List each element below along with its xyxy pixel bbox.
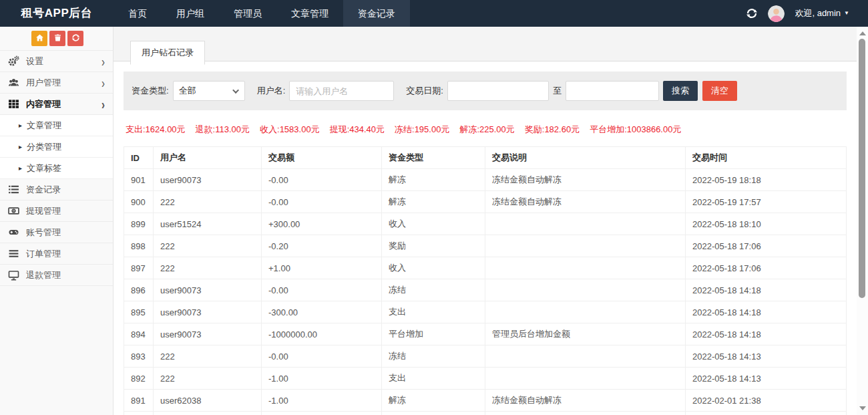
sidebar-item-label: 用户管理: [26, 77, 61, 89]
table-cell: -0.00: [262, 412, 382, 415]
home-button[interactable]: [31, 31, 47, 46]
table-cell: user90073: [154, 323, 262, 345]
sidebar-item-2[interactable]: 内容管理›: [0, 94, 113, 115]
refresh-icon[interactable]: [746, 7, 758, 19]
table-cell: [485, 213, 686, 235]
money-icon: [8, 205, 19, 217]
table-cell: 893: [124, 345, 154, 368]
table-cell: 2022-02-01 21:38: [686, 390, 847, 412]
table-cell: 冻结: [382, 345, 485, 368]
user-menu[interactable]: 欢迎, admin ▼: [795, 7, 849, 19]
search-button[interactable]: 搜索: [663, 81, 698, 101]
table-cell: user90073: [154, 169, 262, 191]
topnav-item-3[interactable]: 文章管理: [276, 0, 343, 27]
table-cell: 奖励: [382, 235, 485, 257]
sidebar-item-10[interactable]: 退款管理: [0, 265, 113, 286]
fund-type-select[interactable]: 全部: [173, 81, 245, 101]
sidebar-item-label: 退款管理: [26, 269, 61, 281]
column-header: 资金类型: [382, 147, 485, 169]
topnav-item-1[interactable]: 用户组: [162, 0, 219, 27]
table-row: 892222-1.00支出2022-05-18 14:13: [124, 368, 847, 390]
table-row: 895user90073-300.00支出2022-05-18 14:18: [124, 301, 847, 323]
table-row: 893222-0.00冻结2022-05-18 14:13: [124, 345, 847, 368]
sidebar-item-label: 设置: [26, 55, 43, 67]
sidebar-item-8[interactable]: 账号管理: [0, 222, 113, 243]
date-to-label: 至: [553, 85, 562, 97]
date-from-input[interactable]: [447, 81, 549, 101]
submenu-arrow-icon: ▸: [19, 164, 22, 172]
avatar[interactable]: [768, 5, 785, 22]
scroll-down-arrow-icon[interactable]: [859, 406, 866, 410]
gears-icon: [8, 55, 19, 67]
home-icon: [35, 33, 44, 44]
scroll-up-arrow-icon[interactable]: [859, 31, 866, 35]
list-icon: [8, 184, 19, 195]
table-cell: 890: [124, 412, 154, 415]
sidebar-item-5[interactable]: ▸文章标签: [0, 158, 113, 179]
submenu-arrow-icon: ▸: [19, 143, 22, 150]
table-cell: user90073: [154, 301, 262, 323]
date-label: 交易日期:: [406, 85, 443, 97]
sidebar-item-1[interactable]: 用户管理›: [0, 72, 113, 94]
table-cell: 解冻: [382, 412, 485, 415]
table-cell: -0.20: [262, 235, 382, 257]
table-cell: 2022-05-18 18:10: [686, 213, 847, 235]
sidebar-item-0[interactable]: 设置›: [0, 51, 113, 72]
vertical-scrollbar[interactable]: [857, 27, 868, 415]
topnav-item-0[interactable]: 首页: [114, 0, 162, 27]
summary-stat-7: 平台增加:1003866.00元: [590, 124, 681, 134]
table-cell: [485, 368, 686, 390]
summary-stat-6: 奖励:182.60元: [525, 124, 580, 134]
trash-button[interactable]: [49, 31, 65, 46]
table-cell: -1000000.00: [262, 323, 382, 345]
table-cell: 平台增加: [382, 323, 485, 345]
table-cell: 2022-05-18 14:13: [686, 345, 847, 368]
table-cell: user51524: [154, 213, 262, 235]
recycle-button[interactable]: [67, 31, 83, 46]
sidebar-item-4[interactable]: ▸分类管理: [0, 136, 113, 158]
table-cell: -1.00: [262, 368, 382, 390]
table-cell: 收入: [382, 257, 485, 279]
username-input[interactable]: [289, 81, 394, 101]
scrollbar-thumb[interactable]: [859, 39, 865, 298]
sidebar-item-label: 资金记录: [26, 184, 61, 196]
topbar-right: 欢迎, admin ▼: [746, 0, 868, 27]
topnav-item-4[interactable]: 资金记录: [343, 0, 410, 27]
table-cell: 891: [124, 390, 154, 412]
column-header: 交易说明: [485, 147, 686, 169]
table-cell: user90073: [154, 279, 262, 301]
table-cell: 管理员后台增加金额: [485, 323, 686, 345]
column-header: 交易时间: [686, 147, 847, 169]
table-cell: 2022-05-19 17:57: [686, 191, 847, 213]
table-cell: 2022-05-18 17:06: [686, 257, 847, 279]
table-cell: 2022-02-01 21:38: [686, 412, 847, 415]
submenu-arrow-icon: ▸: [19, 122, 22, 129]
summary-stat-1: 退款:113.00元: [196, 124, 250, 134]
table-cell: 899: [124, 213, 154, 235]
table-row: 890user15008-0.00解冻冻结金额自动解冻2022-02-01 21…: [124, 412, 847, 415]
tab-user-diamond-records[interactable]: 用户钻石记录: [130, 41, 205, 65]
table-cell: 解冻: [382, 191, 485, 213]
sidebar-item-6[interactable]: 资金记录: [0, 179, 113, 200]
top-nav: 首页用户组管理员文章管理资金记录: [114, 0, 410, 27]
table-cell: -0.00: [262, 345, 382, 368]
table-cell: 支出: [382, 368, 485, 390]
table-cell: -1.00: [262, 390, 382, 412]
fund-type-label: 资金类型:: [132, 85, 169, 97]
date-to-input[interactable]: [566, 81, 659, 101]
table-cell: 2022-05-19 18:18: [686, 169, 847, 191]
table-cell: 898: [124, 235, 154, 257]
trash-icon: [53, 33, 62, 44]
topnav-item-2[interactable]: 管理员: [219, 0, 276, 27]
summary-stat-0: 支出:1624.00元: [126, 124, 186, 134]
table-cell: 冻结金额自动解冻: [485, 169, 686, 191]
desktop-icon: [8, 269, 19, 281]
table-cell: [485, 279, 686, 301]
table-cell: 896: [124, 279, 154, 301]
users-icon: [8, 77, 19, 88]
sidebar-item-9[interactable]: 订单管理: [0, 243, 113, 265]
sidebar-item-3[interactable]: ▸文章管理: [0, 115, 113, 136]
clear-button[interactable]: 清空: [702, 81, 737, 101]
sidebar-item-7[interactable]: 提现管理: [0, 200, 113, 222]
table-cell: 892: [124, 368, 154, 390]
